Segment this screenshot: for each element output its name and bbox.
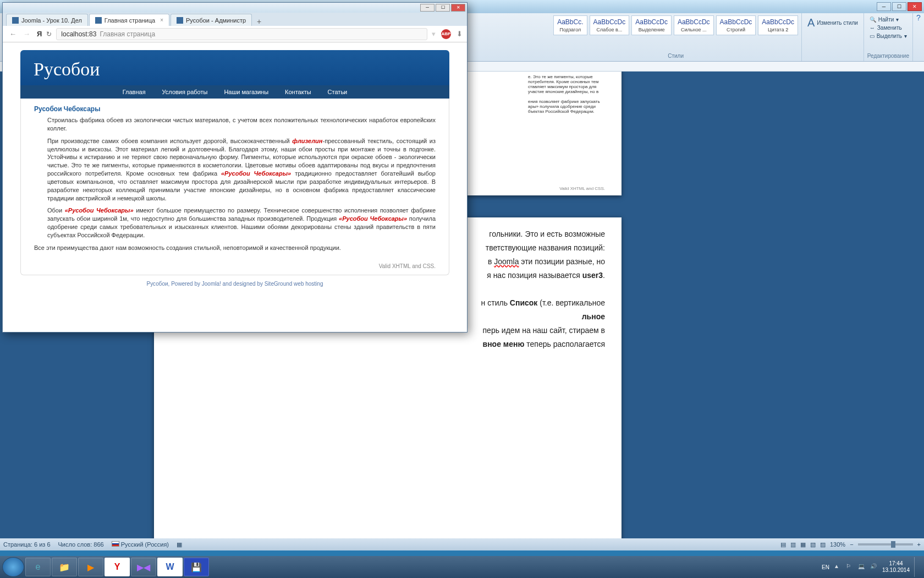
zoom-value[interactable]: 130% bbox=[830, 541, 845, 548]
site-credit: Русобои, Powered by Joomla! and designed… bbox=[20, 281, 449, 287]
task-explorer[interactable]: 📁 bbox=[52, 558, 77, 576]
browser-close-button[interactable]: ✕ bbox=[451, 4, 465, 12]
article-heading: Русобои Чебоксары bbox=[34, 105, 436, 113]
style-item[interactable]: AaBbCcDcСлабое в... bbox=[590, 15, 630, 35]
change-styles-button[interactable]: A Изменить стили bbox=[805, 15, 860, 30]
view-print-icon[interactable]: ▤ bbox=[780, 541, 786, 548]
nav-link[interactable]: Статьи bbox=[328, 89, 348, 95]
tray-flag-icon[interactable]: ▲ bbox=[834, 563, 842, 571]
zoom-slider[interactable] bbox=[858, 543, 913, 546]
page-indicator[interactable]: Страница: 6 из 6 bbox=[3, 541, 51, 548]
new-tab-button[interactable]: + bbox=[253, 17, 265, 26]
page1-footer: Valid XHTML and CSS. bbox=[559, 186, 605, 191]
find-button[interactable]: 🔍 Найти ▾ bbox=[867, 15, 909, 24]
browser-max-button[interactable]: ☐ bbox=[436, 4, 450, 12]
word-min-button[interactable]: ─ bbox=[877, 2, 891, 11]
view-web-icon[interactable]: ▦ bbox=[800, 541, 806, 548]
tray-sound-icon[interactable]: 🔊 bbox=[870, 563, 878, 571]
editing-group: 🔍 Найти ▾ ↔ Заменить ▭ Выделить ▾ Редакт… bbox=[864, 13, 913, 61]
task-app1[interactable]: ▶◀ bbox=[131, 558, 156, 576]
zoom-out[interactable]: − bbox=[850, 541, 853, 548]
address-field[interactable]: localhost:83 Главная страница bbox=[56, 28, 427, 40]
taskbar: e 📁 ▶ Y ▶◀ W 💾 EN ▲ ⚐ 💻 🔊 17:44 13.10.20… bbox=[0, 556, 924, 578]
browser-viewport: Русобои ГлавнаяУсловия работыНаши магази… bbox=[3, 42, 467, 332]
bookmark-icon[interactable]: ▾ bbox=[432, 30, 436, 38]
view-draft-icon[interactable]: ▨ bbox=[820, 541, 826, 548]
browser-tab[interactable]: Русобои - Администр bbox=[170, 14, 252, 26]
replace-button[interactable]: ↔ Заменить bbox=[867, 24, 909, 32]
lang-indicator[interactable]: Русский (Россия) bbox=[112, 541, 169, 548]
article-p4: Все эти преимущества дают нам возможност… bbox=[34, 244, 436, 252]
styles-group-label: Стили bbox=[553, 53, 798, 59]
task-yandex[interactable]: Y bbox=[105, 558, 130, 576]
tray-clock[interactable]: 17:44 13.10.2014 bbox=[882, 560, 910, 574]
task-ie[interactable]: e bbox=[25, 558, 51, 576]
style-item[interactable]: AaBbCc.Подзагол bbox=[553, 15, 587, 35]
show-desktop[interactable] bbox=[914, 557, 919, 577]
tab-favicon bbox=[12, 17, 19, 24]
tray-action-icon[interactable]: ⚐ bbox=[846, 563, 854, 571]
nav-link[interactable]: Наши магазины bbox=[224, 89, 268, 95]
word-count[interactable]: Число слов: 866 bbox=[58, 541, 104, 548]
change-styles-group: A Изменить стили bbox=[802, 13, 864, 61]
site-header: Русобои bbox=[20, 50, 449, 85]
nav-link[interactable]: Условия работы bbox=[162, 89, 208, 95]
tab-favicon bbox=[177, 17, 183, 24]
start-button[interactable] bbox=[2, 557, 24, 577]
article-p1: Строилась фабрика обоев из экологически … bbox=[34, 116, 436, 133]
macro-icon[interactable]: ▦ bbox=[177, 541, 182, 548]
browser-tabs: Joomla - Урок 10. ДелГлавная страница×Ру… bbox=[3, 13, 467, 26]
article-p3: Обои «Русобои Чебоксары» имеют большое п… bbox=[34, 206, 436, 239]
browser-min-button[interactable]: ─ bbox=[420, 4, 435, 12]
valid-footer: Valid XHTML and CSS. bbox=[34, 263, 436, 269]
abp-icon[interactable]: ABP bbox=[441, 29, 451, 39]
style-item[interactable]: AaBbCcDcВыделение bbox=[631, 15, 672, 35]
tab-close-icon[interactable]: × bbox=[160, 17, 163, 23]
word-statusbar: Страница: 6 из 6 Число слов: 866 Русский… bbox=[0, 538, 924, 550]
editing-group-label: Редактирование bbox=[867, 53, 909, 59]
tab-favicon bbox=[95, 17, 102, 24]
download-icon[interactable]: ⬇ bbox=[457, 30, 463, 38]
task-save[interactable]: 💾 bbox=[184, 558, 209, 576]
nav-back-icon[interactable]: ← bbox=[7, 29, 19, 39]
browser-window: ─ ☐ ✕ Joomla - Урок 10. ДелГлавная стран… bbox=[2, 2, 468, 332]
select-button[interactable]: ▭ Выделить ▾ bbox=[867, 32, 909, 40]
word-max-button[interactable]: ☐ bbox=[892, 2, 906, 11]
browser-titlebar: ─ ☐ ✕ bbox=[3, 3, 467, 13]
style-item[interactable]: AaBbCcDcСтрогий bbox=[716, 15, 756, 35]
style-item[interactable]: AaBbCcDcЦитата 2 bbox=[758, 15, 798, 35]
tray-lang[interactable]: EN bbox=[822, 564, 829, 570]
zoom-in[interactable]: + bbox=[917, 541, 921, 548]
browser-tab[interactable]: Главная страница× bbox=[89, 14, 169, 26]
help-icon[interactable]: ? bbox=[913, 13, 924, 61]
browser-tab[interactable]: Joomla - Урок 10. Дел bbox=[6, 14, 88, 26]
styles-group: AaBbCc.ПодзаголAaBbCcDcСлабое в...AaBbCc… bbox=[550, 13, 802, 61]
word-close-button[interactable]: ✕ bbox=[908, 2, 922, 11]
view-outline-icon[interactable]: ▧ bbox=[810, 541, 816, 548]
tray-network-icon[interactable]: 💻 bbox=[858, 563, 866, 571]
task-word[interactable]: W bbox=[157, 558, 183, 576]
nav-link[interactable]: Контакты bbox=[285, 89, 311, 95]
address-bar: ← → Я ↻ localhost:83 Главная страница ▾ … bbox=[3, 26, 467, 42]
site-nav: ГлавнаяУсловия работыНаши магазиныКонтак… bbox=[20, 85, 449, 99]
view-reading-icon[interactable]: ▥ bbox=[790, 541, 796, 548]
reload-icon[interactable]: ↻ bbox=[46, 30, 52, 38]
site-title: Русобои bbox=[34, 59, 436, 80]
nav-forward-icon: → bbox=[21, 29, 32, 39]
nav-link[interactable]: Главная bbox=[123, 89, 146, 95]
yandex-logo[interactable]: Я bbox=[37, 30, 42, 38]
article-p2: При производстве самих обоев компания ис… bbox=[34, 137, 436, 203]
site-body: Русобои Чебоксары Строилась фабрика обое… bbox=[20, 99, 449, 275]
task-media[interactable]: ▶ bbox=[78, 558, 103, 576]
style-item[interactable]: AaBbCcDcСильное ... bbox=[674, 15, 714, 35]
